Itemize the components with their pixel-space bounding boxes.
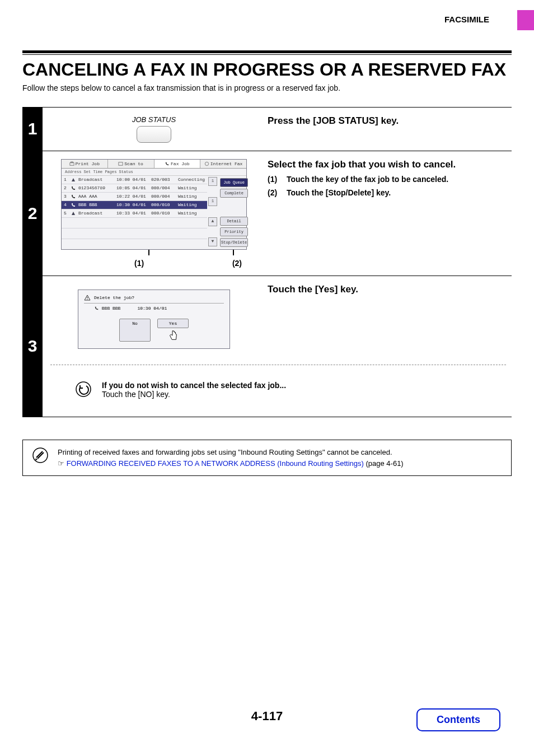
tip-block: If you do not wish to cancel the selecte… bbox=[50, 381, 506, 407]
callout-2: (2) bbox=[232, 259, 242, 268]
no-button[interactable]: No bbox=[119, 319, 151, 342]
row-num: 3 bbox=[64, 194, 68, 199]
complete-button[interactable]: Complete bbox=[220, 189, 248, 198]
row-num: 5 bbox=[64, 211, 68, 216]
tab-scan-to[interactable]: Scan to bbox=[108, 160, 154, 168]
step-number: 3 bbox=[22, 276, 43, 417]
job-row[interactable]: 1 Broadcast 10:00 04/01 020/003 Connecti… bbox=[62, 176, 207, 184]
tab-label: Fax Job bbox=[171, 161, 190, 166]
row-addr: BBB BBB bbox=[78, 202, 114, 207]
svg-point-5 bbox=[87, 299, 87, 300]
step-heading: Press the [JOB STATUS] key. bbox=[268, 115, 506, 127]
row-pages: 020/003 bbox=[151, 177, 176, 182]
rule bbox=[22, 54, 512, 55]
dashed-rule bbox=[50, 365, 506, 365]
key-label: JOB STATUS bbox=[132, 115, 176, 124]
reference-symbol: ☞ bbox=[58, 459, 64, 468]
confirm-dialog: Delete the job? BBB BBB 10:30 04/01 No bbox=[78, 290, 230, 349]
callout-line bbox=[233, 250, 234, 255]
row-time: 10:22 04/01 bbox=[116, 194, 149, 199]
dialog-addr: BBB BBB bbox=[102, 306, 121, 311]
page-indicator: 1 bbox=[208, 177, 217, 186]
row-status: Waiting bbox=[178, 211, 205, 216]
row-addr: Broadcast bbox=[78, 211, 114, 216]
scanner-icon bbox=[118, 161, 123, 166]
scroll-down-button[interactable]: ▼ bbox=[208, 237, 217, 246]
step-1: 1 JOB STATUS Press the [JOB STATUS] key. bbox=[22, 107, 512, 151]
row-pages: 000/004 bbox=[151, 185, 176, 190]
contents-button[interactable]: Contents bbox=[416, 708, 500, 731]
stop-delete-button[interactable]: Stop/Delete bbox=[220, 238, 248, 247]
note-line: Printing of received faxes and forwardin… bbox=[58, 448, 392, 456]
ifax-icon bbox=[204, 161, 209, 166]
scroll-up-button[interactable]: ▲ bbox=[208, 217, 217, 226]
substep-1: (1) Touch the key of the fax job to be c… bbox=[268, 175, 506, 184]
job-row-selected[interactable]: 4 BBB BBB 10:30 04/01 000/010 Waiting bbox=[62, 201, 207, 209]
row-addr: 0123456789 bbox=[78, 185, 114, 190]
substep-num: (1) bbox=[268, 175, 282, 184]
job-row-empty bbox=[62, 239, 207, 249]
tip-regular: Touch the [NO] key. bbox=[102, 390, 286, 399]
phone-icon bbox=[71, 185, 76, 191]
tab-label: Scan to bbox=[124, 161, 143, 166]
job-list: 1 Broadcast 10:00 04/01 020/003 Connecti… bbox=[62, 176, 207, 249]
step-number: 1 bbox=[22, 108, 43, 151]
tab-label: Internet Fax bbox=[210, 161, 243, 166]
job-row-empty bbox=[62, 218, 207, 228]
note-page: (page 4-61) bbox=[364, 459, 404, 468]
row-status: Waiting bbox=[178, 194, 205, 199]
warning-icon bbox=[84, 295, 91, 301]
fax-job-panel: Print Job Scan to Fax Job bbox=[61, 159, 247, 250]
detail-button[interactable]: Detail bbox=[220, 217, 248, 226]
row-pages: 000/004 bbox=[151, 194, 176, 199]
job-status-key[interactable] bbox=[137, 126, 171, 143]
substep-text: Touch the key of the fax job to be cance… bbox=[287, 175, 448, 184]
note-icon bbox=[32, 447, 49, 464]
svg-rect-2 bbox=[119, 162, 123, 165]
section-color-tab bbox=[517, 10, 534, 30]
callouts: (1) (2) bbox=[62, 259, 246, 268]
back-arrow-icon bbox=[75, 381, 92, 398]
printer-icon bbox=[69, 161, 74, 166]
tab-internet-fax[interactable]: Internet Fax bbox=[200, 160, 246, 168]
substep-num: (2) bbox=[268, 188, 282, 197]
job-queue-button[interactable]: Job Queue bbox=[220, 178, 248, 187]
row-status: Waiting bbox=[178, 202, 205, 207]
row-time: 10:33 04/01 bbox=[116, 211, 149, 216]
priority-button[interactable]: Priority bbox=[220, 227, 248, 236]
row-num: 4 bbox=[64, 202, 68, 207]
row-num: 2 bbox=[64, 185, 68, 190]
step-heading: Touch the [Yes] key. bbox=[268, 284, 506, 295]
page-title: CANCELING A FAX IN PROGRESS OR A RESERVE… bbox=[22, 59, 512, 80]
step-heading: Select the fax job that you wish to canc… bbox=[268, 159, 506, 170]
step-2: 2 Print Job Scan to bbox=[22, 151, 512, 276]
tab-fax-job[interactable]: Fax Job bbox=[154, 160, 201, 168]
dialog-time: 10:30 04/01 bbox=[137, 306, 167, 311]
tab-label: Print Job bbox=[76, 161, 100, 166]
job-row[interactable]: 2 0123456789 10:05 04/01 000/004 Waiting bbox=[62, 184, 207, 193]
phone-icon bbox=[165, 161, 170, 166]
phone-icon bbox=[71, 202, 76, 208]
row-time: 10:00 04/01 bbox=[116, 177, 149, 182]
lead-text: Follow the steps below to cancel a fax t… bbox=[22, 83, 512, 92]
job-row[interactable]: 5 Broadcast 10:33 04/01 000/010 Waiting bbox=[62, 209, 207, 218]
note-box: Printing of received faxes and forwardin… bbox=[22, 440, 512, 476]
cross-reference-link[interactable]: FORWARDING RECEIVED FAXES TO A NETWORK A… bbox=[67, 459, 364, 468]
substep-text: Touch the [Stop/Delete] key. bbox=[287, 188, 391, 197]
page-indicator: 1 bbox=[208, 197, 217, 206]
job-row-empty bbox=[62, 228, 207, 239]
dialog-question: Delete the job? bbox=[94, 295, 134, 300]
step-number: 2 bbox=[22, 151, 43, 276]
callout-1: (1) bbox=[134, 259, 144, 268]
row-pages: 000/010 bbox=[151, 202, 176, 207]
broadcast-icon bbox=[71, 211, 76, 216]
rule bbox=[22, 50, 512, 53]
row-addr: AAA AAA bbox=[78, 194, 114, 199]
phone-icon bbox=[94, 306, 99, 311]
side-buttons: Job Queue Complete Detail Priority Stop/… bbox=[218, 176, 250, 249]
tab-print-job[interactable]: Print Job bbox=[62, 160, 108, 168]
job-row[interactable]: 3 AAA AAA 10:22 04/01 000/004 Waiting bbox=[62, 193, 207, 201]
phone-icon bbox=[71, 194, 76, 199]
row-time: 10:05 04/01 bbox=[116, 185, 149, 190]
yes-button[interactable]: Yes bbox=[157, 319, 189, 328]
